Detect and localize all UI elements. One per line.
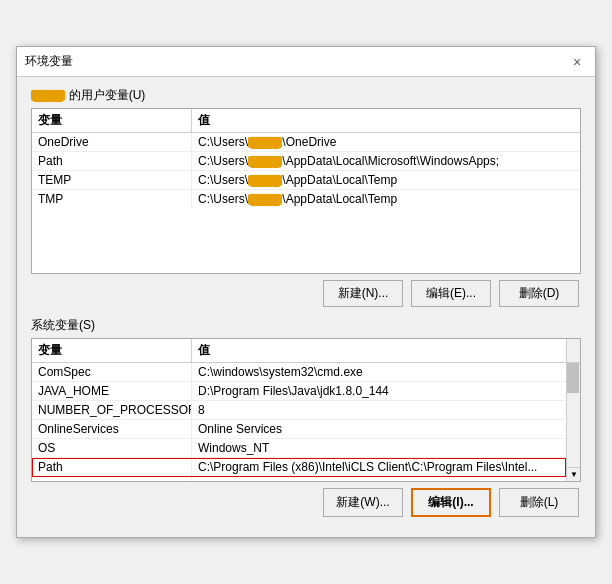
- sys-var-cell: Path: [32, 458, 192, 476]
- sys-variables-table: 变量 值 ComSpec C:\windows\system32\cmd.exe…: [31, 338, 581, 482]
- table-row[interactable]: TEMP C:\Users\████\AppData\Local\Temp: [32, 171, 580, 190]
- username-redacted: ████: [31, 90, 65, 101]
- table-row[interactable]: ComSpec C:\windows\system32\cmd.exe: [32, 363, 566, 382]
- table-row[interactable]: NUMBER_OF_PROCESSORS 8: [32, 401, 566, 420]
- title-bar: 环境变量 ×: [17, 47, 595, 77]
- user-table-body[interactable]: OneDrive C:\Users\████\OneDrive Path C:\…: [32, 133, 580, 273]
- user-var-cell: OneDrive: [32, 133, 192, 151]
- sys-var-cell: PATHEXT: [32, 477, 192, 481]
- table-row[interactable]: Path C:\Users\████\AppData\Local\Microso…: [32, 152, 580, 171]
- sys-new-button[interactable]: 新建(W)...: [323, 488, 403, 517]
- sys-val-cell: Windows_NT: [192, 439, 566, 457]
- user-val-cell: C:\Users\████\AppData\Local\Temp: [192, 190, 580, 208]
- user-edit-button[interactable]: 编辑(E)...: [411, 280, 491, 307]
- sys-edit-button[interactable]: 编辑(I)...: [411, 488, 491, 517]
- user-delete-button[interactable]: 删除(D): [499, 280, 579, 307]
- dialog-title: 环境变量: [25, 53, 73, 70]
- sys-val-cell: C:\Program Files (x86)\Intel\iCLS Client…: [192, 458, 566, 476]
- close-button[interactable]: ×: [567, 52, 587, 72]
- user-val-cell: C:\Users\████\AppData\Local\Temp: [192, 171, 580, 189]
- sys-val-cell: Online Services: [192, 420, 566, 438]
- sys-col-val: 值: [192, 339, 566, 362]
- environment-variables-dialog: 环境变量 × ████ 的用户变量(U) 变量 值 OneDrive C:\Us…: [16, 46, 596, 538]
- sys-var-cell: NUMBER_OF_PROCESSORS: [32, 401, 192, 419]
- table-row[interactable]: OS Windows_NT: [32, 439, 566, 458]
- table-row[interactable]: OneDrive C:\Users\████\OneDrive: [32, 133, 580, 152]
- sys-val-cell: C:\windows\system32\cmd.exe: [192, 363, 566, 381]
- user-new-button[interactable]: 新建(N)...: [323, 280, 403, 307]
- user-button-row: 新建(N)... 编辑(E)... 删除(D): [31, 280, 581, 307]
- scrollbar-thumb[interactable]: [567, 363, 579, 393]
- table-row[interactable]: OnlineServices Online Services: [32, 420, 566, 439]
- sys-val-cell: 8: [192, 401, 566, 419]
- sys-table-body[interactable]: ComSpec C:\windows\system32\cmd.exe JAVA…: [32, 363, 580, 481]
- user-col-var: 变量: [32, 109, 192, 132]
- user-table-header: 变量 值: [32, 109, 580, 133]
- scrollbar-track[interactable]: ▼: [566, 363, 580, 481]
- user-val-cell: C:\Users\████\AppData\Local\Microsoft\Wi…: [192, 152, 580, 170]
- sys-var-cell: OS: [32, 439, 192, 457]
- user-var-cell: TEMP: [32, 171, 192, 189]
- table-row[interactable]: PATHEXT .COM;.EXE;.BAT;.CMD;.VBS;.VBE;.J…: [32, 477, 566, 481]
- sys-col-var: 变量: [32, 339, 192, 362]
- sys-table-header: 变量 值: [32, 339, 580, 363]
- table-row[interactable]: JAVA_HOME D:\Program Files\Java\jdk1.8.0…: [32, 382, 566, 401]
- user-col-val: 值: [192, 109, 580, 132]
- user-variables-table: 变量 值 OneDrive C:\Users\████\OneDrive Pat…: [31, 108, 581, 274]
- scroll-down-arrow[interactable]: ▼: [567, 467, 580, 481]
- sys-path-row[interactable]: Path C:\Program Files (x86)\Intel\iCLS C…: [32, 458, 566, 477]
- sys-section-label: 系统变量(S): [31, 317, 581, 334]
- user-val-cell: C:\Users\████\OneDrive: [192, 133, 580, 151]
- sys-val-cell: D:\Program Files\Java\jdk1.8.0_144: [192, 382, 566, 400]
- dialog-body: ████ 的用户变量(U) 变量 值 OneDrive C:\Users\███…: [17, 77, 595, 537]
- sys-var-cell: OnlineServices: [32, 420, 192, 438]
- sys-var-cell: JAVA_HOME: [32, 382, 192, 400]
- user-var-cell: TMP: [32, 190, 192, 208]
- user-var-cell: Path: [32, 152, 192, 170]
- sys-button-row: 新建(W)... 编辑(I)... 删除(L): [31, 488, 581, 517]
- table-row[interactable]: TMP C:\Users\████\AppData\Local\Temp: [32, 190, 580, 208]
- sys-val-cell: .COM;.EXE;.BAT;.CMD;.VBS;.VBE;.JS;.JSE;.…: [192, 477, 566, 481]
- sys-table-inner: ComSpec C:\windows\system32\cmd.exe JAVA…: [32, 363, 566, 481]
- sys-delete-button[interactable]: 删除(L): [499, 488, 579, 517]
- sys-var-cell: ComSpec: [32, 363, 192, 381]
- user-section-label: ████ 的用户变量(U): [31, 87, 581, 104]
